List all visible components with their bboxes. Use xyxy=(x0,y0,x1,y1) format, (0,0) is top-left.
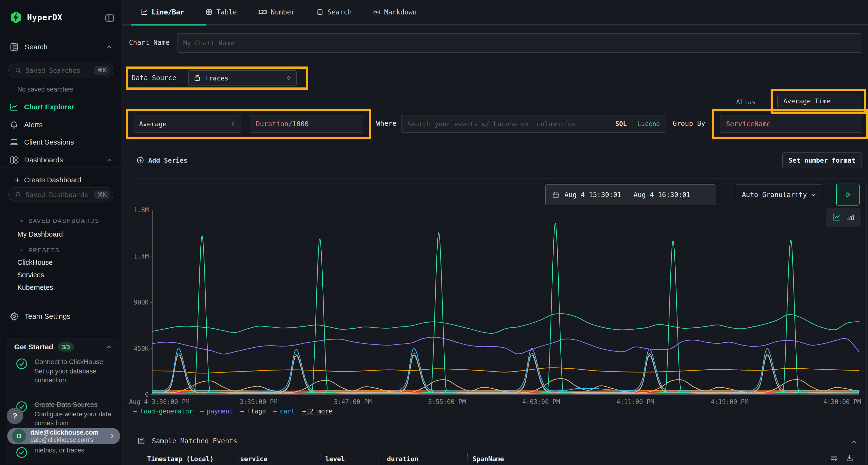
sql-toggle[interactable]: SQL xyxy=(615,120,627,128)
column-header-spanname[interactable]: SpanName xyxy=(467,454,684,464)
tab-markdown[interactable]: Markdown xyxy=(373,8,416,16)
legend-item-load-generator[interactable]: —load-generator xyxy=(133,408,193,415)
chart-legend: —load-generator—payment—flagd—cart+12 mo… xyxy=(133,408,333,415)
chevron-up-icon[interactable] xyxy=(105,43,113,51)
legend-item-payment[interactable]: —payment xyxy=(200,408,233,415)
active-tab-underline xyxy=(131,24,206,26)
legend-item-flagd[interactable]: —flagd xyxy=(240,408,266,415)
sidebar-item-dashboards[interactable]: Dashboards xyxy=(9,154,113,166)
tab-search[interactable]: Search xyxy=(316,8,352,16)
tab-table[interactable]: Table xyxy=(206,8,237,16)
chart-series-cart xyxy=(153,348,859,391)
alias-input[interactable]: Average Time xyxy=(777,94,861,108)
column-header-duration[interactable]: duration xyxy=(382,454,467,464)
chart-series-payment xyxy=(153,337,859,354)
main-content: Line/BarTable123NumberSearchMarkdown Cha… xyxy=(122,0,868,465)
column-header-service[interactable]: service xyxy=(235,454,320,464)
group-by-value: ServiceName xyxy=(726,120,771,128)
sidebar-section-search[interactable]: Search xyxy=(9,42,113,52)
events-table-header: Timestamp (Local)serviceleveldurationSpa… xyxy=(142,453,684,465)
app-logo[interactable]: HyperDX xyxy=(9,10,62,24)
search-icon xyxy=(14,191,22,199)
number-icon: 123 xyxy=(258,9,267,15)
check-circle-icon xyxy=(15,446,28,459)
collapse-section-icon[interactable] xyxy=(849,437,859,447)
aggregation-field-input[interactable]: Duration/1000 xyxy=(250,115,363,133)
sidebar-item-team-settings[interactable]: Team Settings xyxy=(9,311,113,322)
legend-item-cart[interactable]: —cart xyxy=(273,408,295,415)
search-section-icon xyxy=(9,42,19,52)
database-icon xyxy=(193,74,201,82)
set-number-format-label: Set number format xyxy=(789,157,855,164)
legend-swatch: — xyxy=(273,408,277,415)
tab-line-bar[interactable]: Line/Bar xyxy=(141,8,184,16)
chevron-down-icon xyxy=(18,218,25,224)
saved-searches-input[interactable]: Saved Searches ⌘K xyxy=(8,63,113,78)
sidebar-item-kubernetes[interactable]: Kubernetes xyxy=(18,284,53,292)
x-axis-label: Aug 4 3:30:00 PM xyxy=(129,398,209,406)
time-range-picker[interactable]: Aug 4 15:30:01 - Aug 4 16:30:01 xyxy=(546,184,716,205)
select-updown-icon xyxy=(230,121,237,127)
help-label: ? xyxy=(12,411,18,421)
legend-swatch: — xyxy=(133,408,137,415)
saved-dashboards-input[interactable]: Saved Dashboards ⌘K xyxy=(8,187,113,202)
shortcut-badge: ⌘K xyxy=(94,66,110,75)
search-icon xyxy=(14,66,22,74)
x-axis-label: 3:47:00 PM xyxy=(313,398,393,406)
column-header-level[interactable]: level xyxy=(320,454,382,464)
group-header-saved-dashboards[interactable]: SAVED DASHBOARDS xyxy=(18,218,99,224)
get-started-card: Get Started 3/3 Connect to ClickHouseSet… xyxy=(7,337,120,464)
data-source-select[interactable]: Traces xyxy=(188,70,297,86)
user-menu[interactable]: D dale@clickhouse.com dale@clickhouse.co… xyxy=(7,428,120,444)
help-button[interactable]: ? xyxy=(7,408,23,424)
create-dashboard-label: Create Dashboard xyxy=(24,176,81,184)
set-number-format-button[interactable]: Set number format xyxy=(782,152,862,168)
bell-icon xyxy=(9,120,19,130)
get-started-item[interactable]: Create Data SourcesConfigure where your … xyxy=(15,400,112,428)
create-dashboard-button[interactable]: + Create Dashboard xyxy=(15,176,81,184)
plus-circle-icon xyxy=(136,156,145,164)
group-header-presets[interactable]: PRESETS xyxy=(18,247,60,254)
field-token: 1000 xyxy=(292,120,309,128)
group-by-highlight: ServiceName xyxy=(712,109,868,139)
sidebar-item-services[interactable]: Services xyxy=(18,271,44,279)
add-series-button[interactable]: Add Series xyxy=(136,152,188,169)
sidebar-item-my-dashboard[interactable]: My Dashboard xyxy=(18,230,63,238)
chevron-up-icon[interactable] xyxy=(105,156,113,164)
chevron-up-icon[interactable] xyxy=(104,343,113,351)
run-query-button[interactable] xyxy=(836,184,860,205)
get-started-item[interactable]: metrics, or traces xyxy=(15,446,112,459)
sidebar-item-alerts[interactable]: Alerts xyxy=(9,119,113,131)
legend-swatch: — xyxy=(200,408,204,415)
group-by-input[interactable]: ServiceName xyxy=(720,115,861,133)
column-header-timestamp-local-[interactable]: Timestamp (Local) xyxy=(142,454,235,464)
chart-name-input[interactable]: My Chart Name xyxy=(177,33,861,53)
download-icon[interactable] xyxy=(845,454,854,462)
legend-more-link[interactable]: +12 more xyxy=(302,408,332,415)
sidebar-item-client-sessions[interactable]: Client Sessions xyxy=(9,136,113,148)
toggle-divider: | xyxy=(630,120,634,128)
wrap-text-icon[interactable] xyxy=(830,454,838,462)
laptop-icon xyxy=(9,137,19,147)
timeseries-chart[interactable] xyxy=(145,207,863,398)
list-icon xyxy=(137,437,146,445)
check-circle-icon xyxy=(15,357,28,370)
chart-series xyxy=(153,223,859,394)
lucene-toggle[interactable]: Lucene xyxy=(637,120,660,128)
group-by-label: Group By xyxy=(673,120,705,128)
aggregation-select[interactable]: Average xyxy=(134,115,241,133)
gear-icon xyxy=(9,311,19,322)
play-icon xyxy=(843,190,853,199)
get-started-item[interactable]: Connect to ClickHouseSet up your databas… xyxy=(15,357,112,385)
where-input[interactable]: Search your events w/ Lucene ex. column:… xyxy=(401,115,666,133)
data-source-highlight: Data Source Traces xyxy=(126,66,308,90)
calendar-icon xyxy=(552,191,560,199)
tab-number[interactable]: 123Number xyxy=(258,8,295,16)
x-axis-label: 4:03:00 PM xyxy=(501,398,581,406)
collapse-sidebar-icon[interactable] xyxy=(104,12,115,24)
no-saved-searches-text: No saved searches xyxy=(18,86,73,93)
sidebar-item-chart-explorer[interactable]: Chart Explorer xyxy=(9,101,113,113)
granularity-value: Auto Granularity xyxy=(742,191,809,199)
sidebar-item-clickhouse[interactable]: ClickHouse xyxy=(18,259,53,266)
granularity-select[interactable]: Auto Granularity xyxy=(735,184,824,205)
